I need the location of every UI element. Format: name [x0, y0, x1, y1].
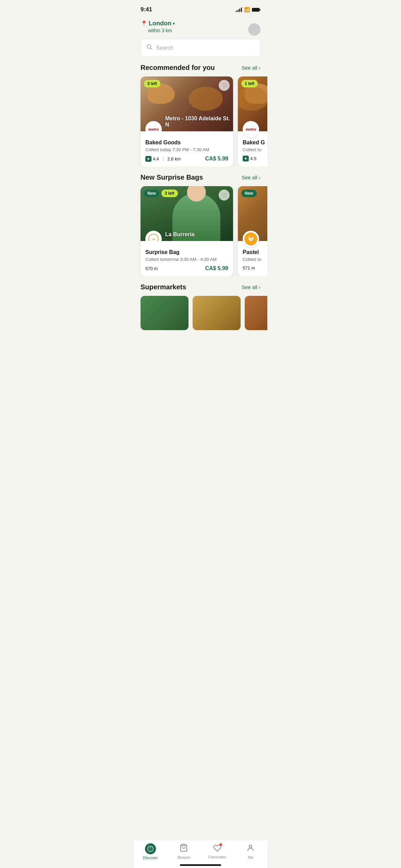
svg-rect-0 [252, 8, 259, 12]
location-header[interactable]: 📍 London ▾ within 3 km [134, 17, 267, 39]
nav-item-discover[interactable]: Discover [138, 843, 162, 860]
recommended-cards-scroll: 3 left ♡ metro Metro - 1030 Adelaide St.… [134, 76, 267, 167]
supermarket-card-1[interactable] [141, 296, 189, 330]
recommended-title: Recommended for you [141, 64, 215, 72]
star-icon-1: ★ [145, 156, 151, 162]
svg-point-8 [249, 845, 252, 848]
nav-label-discover: Discover [143, 856, 158, 860]
recommended-card-2[interactable]: 1 left metro Baked G Collect to ★ 4.5 [238, 76, 267, 167]
status-time: 9:41 [141, 6, 152, 13]
card-price-1: CA$ 5.99 [205, 156, 228, 162]
nav-label-me: Me [248, 855, 253, 859]
search-container: Search [134, 39, 267, 64]
store-logo-4 [243, 231, 259, 247]
svg-line-3 [150, 48, 152, 50]
new-bag-distance-1: 570 m [145, 266, 158, 271]
supermarkets-header: Supermarkets See all › [134, 283, 267, 296]
favourite-button-1[interactable]: ♡ [219, 80, 230, 91]
card-body-1: Baked Goods Collect today 7:30 PM - 7:30… [141, 131, 233, 167]
new-bags-section: New Surprise Bags See all › New 3 left ♡… [134, 173, 267, 283]
location-range: within 3 km [148, 28, 175, 33]
new-bags-see-all[interactable]: See all › [242, 174, 260, 180]
new-bag-image-1: New 3 left ♡ LB La Burreria [141, 186, 233, 241]
pastel-logo [244, 232, 257, 245]
recommended-card-1[interactable]: 3 left ♡ metro Metro - 1030 Adelaide St.… [141, 76, 233, 167]
search-input[interactable]: Search [156, 45, 173, 51]
person-icon [246, 844, 255, 854]
bottom-nav: Discover Browse Favourites Me [134, 840, 267, 868]
new-bag-body-1: Surprise Bag Collect tomorrow 3:30 AM - … [141, 241, 233, 276]
card-image-1: 3 left ♡ metro Metro - 1030 Adelaide St.… [141, 76, 233, 131]
wifi-icon: 📶 [244, 7, 250, 12]
supermarkets-section: Supermarkets See all › [134, 283, 267, 337]
nav-label-favourites: Favourites [208, 855, 226, 859]
card-title-1: Baked Goods [145, 140, 228, 146]
supermarket-card-2[interactable] [193, 296, 241, 330]
bag-icon [180, 844, 188, 854]
new-bags-header: New Surprise Bags See all › [134, 173, 267, 186]
nav-label-browse: Browse [178, 855, 190, 859]
favourite-button-3[interactable]: ♡ [219, 190, 230, 201]
card-title-2: Baked G [243, 140, 267, 146]
supermarkets-title: Supermarkets [141, 283, 186, 291]
badge-new-2: New [241, 190, 257, 197]
new-bag-title-2: Pastel [243, 249, 267, 255]
store-name-overlay-1: Metro - 1030 Adelaide St. N [165, 116, 233, 128]
new-bag-footer-1: 570 m CA$ 5.99 [145, 265, 228, 272]
chevron-down-icon: ▾ [173, 21, 175, 26]
status-bar: 9:41 📶 [134, 0, 267, 17]
pastel-chevrons-icon [248, 237, 254, 241]
signal-icon [236, 7, 242, 12]
svg-rect-1 [260, 9, 261, 11]
new-bags-title: New Surprise Bags [141, 173, 203, 181]
nav-item-me[interactable]: Me [239, 844, 263, 859]
supermarkets-see-all[interactable]: See all › [242, 284, 260, 290]
nav-item-favourites[interactable]: Favourites [205, 844, 229, 859]
card-rating-2: ★ 4.5 [243, 156, 256, 161]
store-name-overlay-3: La Burreria [165, 231, 194, 238]
card-footer-1: ★ 4.4 | 2.6 km CA$ 5.99 [145, 156, 228, 162]
recommended-header: Recommended for you See all › [134, 64, 267, 76]
card-subtitle-1: Collect today 7:30 PM - 7:30 AM [145, 147, 228, 152]
nav-item-browse[interactable]: Browse [172, 844, 196, 859]
svg-marker-5 [150, 847, 151, 848]
badge-left-2: 1 left [241, 80, 258, 87]
new-bag-subtitle-2: Collect to [243, 257, 267, 262]
card-footer-2: ★ 4.5 [243, 156, 267, 161]
new-bag-distance-2: 571 m [243, 265, 255, 270]
card-image-2: 1 left metro [238, 76, 267, 131]
avatar [248, 23, 260, 36]
search-icon [146, 44, 153, 52]
card-subtitle-2: Collect to [243, 147, 267, 152]
compass-icon [145, 843, 156, 854]
new-bag-image-2: New [238, 186, 267, 241]
badge-new-1: New [144, 190, 159, 197]
store-logo-2: metro [243, 121, 259, 137]
new-bag-card-1[interactable]: New 3 left ♡ LB La Burreria Surprise Bag… [141, 186, 233, 276]
battery-icon [252, 8, 260, 12]
supermarket-cards-scroll [134, 296, 267, 330]
new-bags-cards-scroll: New 3 left ♡ LB La Burreria Surprise Bag… [134, 186, 267, 276]
new-bag-price-1: CA$ 5.99 [205, 265, 228, 272]
star-icon-2: ★ [243, 156, 249, 161]
new-bag-card-2[interactable]: New Pastel C [238, 186, 267, 276]
home-indicator [180, 864, 221, 866]
new-bag-footer-2: 571 m [243, 265, 267, 270]
location-name[interactable]: London [149, 20, 171, 27]
supermarket-card-3[interactable] [245, 296, 267, 330]
recommended-see-all[interactable]: See all › [242, 65, 260, 71]
card-rating-1: ★ 4.4 [145, 156, 159, 162]
recommended-section: Recommended for you See all › 3 left ♡ m… [134, 64, 267, 173]
search-bar[interactable]: Search [141, 39, 260, 57]
new-bag-subtitle-1: Collect tomorrow 3:30 AM - 4:30 AM [145, 257, 228, 262]
badge-count-1: 3 left [161, 190, 178, 197]
badge-group-1: New 3 left [144, 190, 178, 197]
location-pin-icon: 📍 [141, 20, 147, 27]
status-icons: 📶 [236, 7, 260, 12]
svg-marker-6 [150, 849, 151, 851]
favourites-notification-dot [219, 843, 222, 846]
heart-icon-wrap [213, 844, 221, 854]
card-distance-1: 2.6 km [167, 156, 181, 161]
badge-left-1: 3 left [144, 80, 160, 87]
new-bag-title-1: Surprise Bag [145, 249, 228, 255]
